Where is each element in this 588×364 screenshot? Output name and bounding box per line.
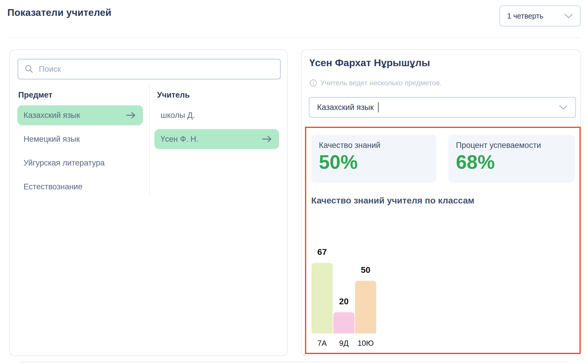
teacher-item-usen[interactable]: Үсен Ф. Н. xyxy=(154,129,279,149)
stat-label: Процент успеваемости xyxy=(456,141,567,150)
bar-category-label: 9Д xyxy=(339,339,349,347)
bar-chart: 677А209Д5010Ю xyxy=(312,248,376,347)
red-highlight-region: Качество знаний 50% Процент успеваемости… xyxy=(305,127,581,354)
subject-item-natural-science[interactable]: Естествознание xyxy=(17,177,143,197)
stat-card-progress-percent: Процент успеваемости 68% xyxy=(448,135,575,183)
teacher-detail-panel: Үсен Фархат Нұрышұлы Учитель ведет неско… xyxy=(301,49,581,356)
subject-item-uyghur-literature[interactable]: Уйгурская литература xyxy=(17,153,143,173)
teacher-item-shkoly-d[interactable]: школы Д. xyxy=(154,105,279,125)
teacher-note-text: Учитель ведет несколько предметов. xyxy=(320,79,442,87)
subject-select-field[interactable]: Казахский язык xyxy=(309,97,576,118)
column-divider xyxy=(149,84,150,195)
stat-value: 68% xyxy=(456,152,567,172)
quarter-dropdown-value: 1 четверть xyxy=(507,12,543,20)
subject-list: Казахский язык Немецкий язык Уйгурская л… xyxy=(17,105,143,197)
quarter-dropdown[interactable]: 1 четверть xyxy=(499,5,581,26)
filter-panel: Предмет Учитель Казахский язык Немецкий … xyxy=(9,49,288,356)
search-input[interactable] xyxy=(39,65,274,74)
bar-value-label: 20 xyxy=(339,297,349,306)
bar-value-label: 50 xyxy=(361,266,370,274)
subject-item-label: Естествознание xyxy=(24,182,82,191)
teacher-list: школы Д. Үсен Ф. Н. xyxy=(154,105,279,149)
teacher-note: Учитель ведет несколько предметов. xyxy=(309,79,442,87)
subject-column-header: Предмет xyxy=(18,91,52,100)
stat-value: 50% xyxy=(319,152,429,172)
subject-select-value: Казахский язык xyxy=(317,103,374,112)
search-field[interactable] xyxy=(18,59,281,79)
chart-title: Качество знаний учителя по классам xyxy=(311,196,474,206)
teacher-item-label: Үсен Ф. Н. xyxy=(161,135,198,144)
subject-item-label: Немецкий язык xyxy=(24,135,80,144)
bar-value-label: 67 xyxy=(317,248,327,256)
chart-bar xyxy=(312,263,333,333)
header-divider xyxy=(7,37,581,38)
subject-item-german[interactable]: Немецкий язык xyxy=(17,129,143,149)
teacher-item-label: школы Д. xyxy=(161,111,195,120)
chart-bar xyxy=(333,312,354,333)
text-cursor xyxy=(378,102,379,112)
subject-item-kazakh[interactable]: Казахский язык xyxy=(17,105,143,125)
bottom-dashed-divider xyxy=(20,362,568,363)
chevron-down-icon xyxy=(564,13,573,19)
page-title: Показатели учителей xyxy=(7,7,111,18)
bar-group: 209Д xyxy=(333,297,354,347)
bar-group: 5010Ю xyxy=(355,266,376,347)
bar-category-label: 7А xyxy=(317,339,327,347)
bar-group: 677А xyxy=(312,248,333,347)
search-icon xyxy=(24,64,34,74)
stat-card-knowledge-quality: Качество знаний 50% xyxy=(311,135,436,183)
teacher-column-header: Учитель xyxy=(157,91,190,100)
subject-item-label: Казахский язык xyxy=(24,111,80,120)
subject-item-label: Уйгурская литература xyxy=(24,158,105,168)
info-icon xyxy=(309,79,317,87)
stat-label: Качество знаний xyxy=(319,141,429,150)
bar-category-label: 10Ю xyxy=(357,339,374,347)
chevron-down-icon xyxy=(559,105,568,110)
chart-bar xyxy=(355,281,376,333)
arrow-right-icon xyxy=(126,111,136,119)
teacher-name-title: Үсен Фархат Нұрышұлы xyxy=(309,57,430,69)
arrow-right-icon xyxy=(262,135,272,143)
